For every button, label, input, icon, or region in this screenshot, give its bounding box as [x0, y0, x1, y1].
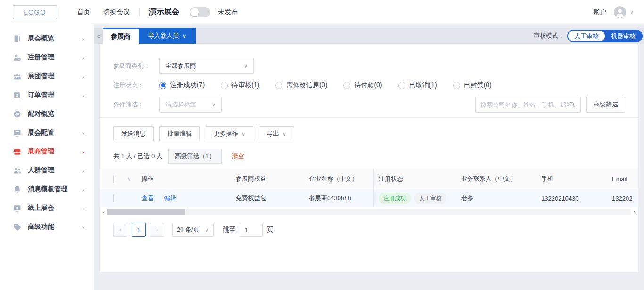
sidebar-item-exhibitor-mgmt[interactable]: 展商管理 › [0, 142, 94, 161]
collapse-sidebar-button[interactable]: « [94, 28, 103, 44]
radio-dot [221, 82, 228, 89]
sidebar-item-label: 高级功能 [28, 223, 54, 231]
audit-mode-label: 审核模式： [534, 32, 564, 40]
chevron-right-icon: › [82, 35, 84, 43]
radio-cancelled[interactable]: 已取消(1) [398, 81, 437, 89]
radio-need-modify[interactable]: 需修改信息(0) [275, 81, 327, 89]
logo[interactable]: LOGO [13, 5, 57, 19]
category-select[interactable]: 全部参展商 ∨ [159, 58, 254, 74]
chevron-down-icon: ∨ [282, 131, 286, 137]
sidebar-item-group-mgmt[interactable]: 展团管理 › [0, 67, 94, 86]
radio-dot [159, 82, 166, 89]
radio-pending-review[interactable]: 待审核(1) [221, 81, 259, 89]
sidebar-item-message-template[interactable]: 消息模板管理 › [0, 180, 94, 199]
scroll-left-icon[interactable]: ‹ [100, 209, 107, 215]
more-actions-button[interactable]: 更多操作 ∨ [206, 126, 253, 141]
advanced-filter-tag[interactable]: 高级筛选（1） [168, 149, 222, 164]
radio-banned[interactable]: 已封禁(0) [453, 81, 492, 89]
scroll-right-icon[interactable]: › [631, 209, 638, 215]
send-message-button[interactable]: 发送消息 [113, 126, 154, 141]
sidebar-item-registration[interactable]: 注册管理 › [0, 48, 94, 67]
account-label[interactable]: 账户 [593, 8, 606, 16]
jump-page-input[interactable] [240, 223, 263, 237]
chevron-down-icon: ∨ [205, 227, 209, 233]
scrollbar-track[interactable] [107, 209, 631, 215]
sidebar: 展会概览 › 注册管理 › 展团管理 › 订单管理 › 配对概览 展会配置 › [0, 24, 94, 290]
page-1-button[interactable]: 1 [132, 223, 146, 237]
prev-page-button[interactable]: ‹ [113, 223, 127, 237]
chevron-down-icon: ∨ [212, 102, 215, 108]
tag-select[interactable]: 请选择标签 ∨ [159, 97, 222, 113]
exhibition-name: 演示展会 [149, 7, 179, 17]
chevron-right-icon: › [82, 167, 84, 175]
horizontal-scrollbar: ‹ › [100, 209, 638, 215]
col-company: 企业名称（中文） [309, 169, 374, 189]
audit-mode-toggle[interactable]: 人工审核 机器审核 [567, 30, 643, 42]
chevron-right-icon: › [82, 72, 84, 81]
table-row: 查看 编辑 免费权益包 参展商0430hhh 注册成功 人工审核 老参 1322… [100, 189, 638, 207]
scrollbar-thumb[interactable] [107, 209, 185, 215]
sidebar-item-expo-config[interactable]: 展会配置 › [0, 123, 94, 142]
import-new-person-button[interactable]: 导入新人员 ∨ [139, 28, 196, 44]
sidebar-item-order-mgmt[interactable]: 订单管理 › [0, 86, 94, 105]
account-chevron-icon[interactable]: ∨ [630, 9, 634, 15]
sidebar-item-matching-overview[interactable]: 配对概览 [0, 105, 94, 123]
topbar-divider [139, 8, 140, 16]
chevron-right-icon: › [82, 185, 84, 193]
cell-benefit: 免费权益包 [236, 194, 309, 202]
edit-link[interactable]: 编辑 [164, 194, 176, 201]
sidebar-item-label: 线上展会 [28, 204, 54, 212]
avatar[interactable] [614, 6, 626, 18]
main-content: « 参展商 导入新人员 ∨ 审核模式： 人工审核 机器审核 参展商类别： [94, 24, 644, 290]
advanced-filter-button[interactable]: 高级筛选 [586, 97, 625, 113]
export-button[interactable]: 导出 ∨ [259, 126, 294, 141]
table-header: ∨ 操作 参展商权益 企业名称（中文） 注册状态 业务联系人（中文） 手机 Em… [100, 169, 638, 189]
category-label: 参展商类别： [113, 62, 159, 70]
nav-switch-conference[interactable]: 切换会议 [103, 8, 130, 16]
search-icon[interactable] [569, 101, 576, 108]
sidebar-item-crowd-mgmt[interactable]: 人群管理 › [0, 161, 94, 180]
exhibitor-table: ∨ 操作 参展商权益 企业名称（中文） 注册状态 业务联系人（中文） 手机 Em… [100, 169, 638, 215]
clear-filters-link[interactable]: 清空 [232, 152, 244, 161]
sidebar-item-online-expo[interactable]: 线上展会 › [0, 199, 94, 218]
monitor-config-icon [13, 129, 21, 137]
radio-dot [398, 82, 405, 89]
select-options-chevron-icon[interactable]: ∨ [127, 176, 141, 182]
sidebar-item-advanced[interactable]: 高级功能 › [0, 218, 94, 236]
search-input[interactable] [480, 101, 569, 108]
radio-pending-payment[interactable]: 待付款(0) [343, 81, 382, 89]
batch-actions: 发送消息 批量编辑 更多操作 ∨ 导出 ∨ [100, 118, 638, 141]
order-icon [13, 91, 21, 99]
status-label: 注册状态： [113, 81, 159, 89]
bell-icon [13, 185, 21, 193]
col-benefits: 参展商权益 [236, 175, 309, 183]
view-link[interactable]: 查看 [141, 194, 154, 201]
sidebar-item-label: 消息模板管理 [28, 185, 67, 193]
content-card: 参展商类别： 全部参展商 ∨ 注册状态： 注册成功(7) 待审核(1) 需修改信… [100, 44, 638, 272]
sidebar-item-label: 订单管理 [28, 91, 54, 99]
radio-registered[interactable]: 注册成功(7) [159, 81, 205, 89]
page-size-select[interactable]: 20 条/页 ∨ [172, 223, 214, 237]
publish-toggle[interactable] [190, 7, 210, 17]
chevron-right-icon: › [82, 148, 84, 156]
col-actions: 操作 [141, 175, 236, 183]
batch-edit-button[interactable]: 批量编辑 [159, 126, 200, 141]
col-contact: 业务联系人（中文） [461, 175, 541, 183]
sidebar-item-label: 注册管理 [28, 53, 54, 62]
document-icon [13, 35, 21, 43]
group-icon [13, 72, 21, 81]
topbar: LOGO 首页 切换会议 演示展会 未发布 账户 ∨ [0, 0, 644, 24]
chevron-down-icon: ∨ [241, 131, 245, 137]
sidebar-item-label: 展商管理 [28, 147, 54, 156]
tab-exhibitors[interactable]: 参展商 [103, 28, 139, 44]
row-checkbox[interactable] [113, 194, 114, 202]
radio-dot [343, 82, 350, 89]
nav-home[interactable]: 首页 [77, 8, 90, 16]
audit-option-manual[interactable]: 人工审核 [568, 31, 605, 41]
chevron-down-icon: ∨ [182, 33, 186, 39]
audit-option-machine[interactable]: 机器审核 [605, 31, 642, 41]
pairing-icon [13, 110, 21, 118]
sidebar-item-expo-overview[interactable]: 展会概览 › [0, 29, 94, 48]
select-all-checkbox[interactable] [113, 175, 114, 183]
next-page-button[interactable]: › [150, 223, 164, 237]
